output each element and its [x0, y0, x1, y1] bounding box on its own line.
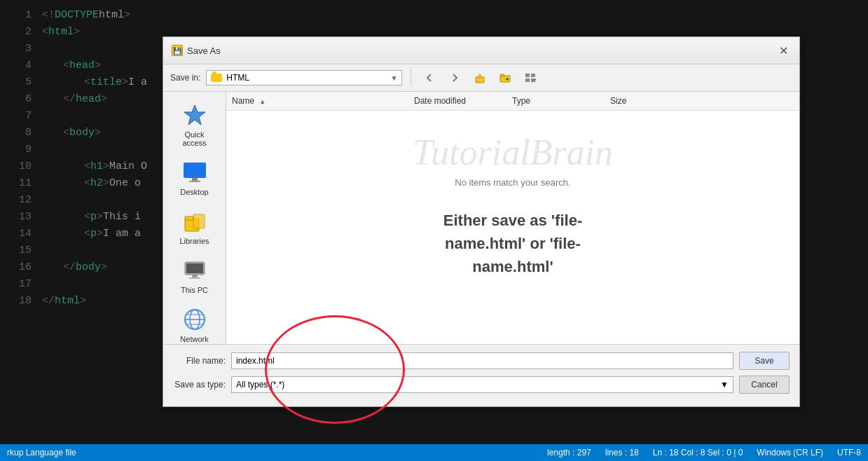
- save-button[interactable]: Save: [739, 352, 790, 370]
- save-as-dialog: 💾 Save As ✕ Save in: HTML ▼: [163, 36, 800, 407]
- save-in-label: Save in:: [170, 73, 200, 83]
- nav-panel: Quick access Desktop: [163, 92, 226, 344]
- network-label: Network: [180, 335, 208, 343]
- this-pc-icon: [182, 258, 207, 283]
- col-header-date[interactable]: Date modified: [408, 95, 507, 107]
- svg-rect-15: [185, 216, 193, 220]
- svg-rect-19: [192, 275, 198, 277]
- dialog-footer: File name: Save Save as type: All types …: [163, 344, 799, 406]
- folder-icon: [211, 74, 222, 82]
- dialog-toolbar: Save in: HTML ▼: [163, 64, 799, 92]
- close-button[interactable]: ✕: [776, 43, 791, 58]
- status-bar: rkup Language file length : 297 lines : …: [0, 444, 868, 461]
- combo-arrow-icon: ▼: [390, 74, 397, 82]
- file-name-label: File name:: [173, 356, 226, 366]
- svg-marker-10: [184, 105, 205, 125]
- up-folder-button[interactable]: [470, 69, 490, 87]
- file-name-row: File name: Save: [173, 352, 790, 370]
- col-header-size[interactable]: Size: [605, 95, 675, 107]
- status-encoding: UTF-8: [837, 448, 861, 457]
- nav-item-libraries[interactable]: Libraries: [167, 204, 223, 250]
- save-as-type-label: Save as type:: [173, 380, 226, 390]
- dialog-titlebar: 💾 Save As ✕: [163, 37, 799, 64]
- network-icon: [182, 307, 207, 332]
- quick-access-label: Quick access: [173, 130, 216, 147]
- nav-item-desktop[interactable]: Desktop: [167, 155, 223, 201]
- save-as-type-value: All types (*.*): [236, 380, 284, 390]
- toolbar-separator: [411, 69, 411, 86]
- nav-item-network[interactable]: Network: [167, 302, 223, 348]
- svg-rect-7: [525, 78, 530, 82]
- nav-item-quick-access[interactable]: Quick access: [167, 97, 223, 152]
- dialog-title-icon: 💾: [172, 45, 183, 56]
- forward-button[interactable]: [445, 69, 464, 87]
- nav-item-this-pc[interactable]: This PC: [167, 253, 223, 299]
- no-items-message: No items match your search.: [415, 177, 611, 188]
- svg-rect-5: [525, 74, 530, 77]
- svg-rect-11: [184, 163, 206, 178]
- file-list-area: Name ▲ Date modified Type Size TutorialB…: [226, 92, 799, 344]
- svg-rect-2: [500, 74, 504, 76]
- center-message: Either save as 'file-name.html' or 'file…: [415, 209, 611, 278]
- col-header-name[interactable]: Name ▲: [226, 95, 408, 107]
- svg-rect-8: [531, 78, 535, 82]
- combo-dropdown-icon: ▼: [720, 380, 729, 390]
- back-button[interactable]: [420, 69, 439, 87]
- file-name-input[interactable]: [231, 352, 733, 369]
- svg-rect-6: [531, 74, 535, 77]
- dialog-title-text: Save As: [187, 46, 221, 56]
- desktop-label: Desktop: [180, 188, 208, 196]
- libraries-icon: [182, 209, 207, 234]
- watermark-text: TutorialBrain: [413, 132, 613, 173]
- save-as-type-combo[interactable]: All types (*.*) ▼: [231, 376, 733, 393]
- status-line-ending: Windows (CR LF): [757, 448, 823, 457]
- desktop-icon: [182, 160, 207, 185]
- file-list-content: TutorialBrain No items match your search…: [226, 111, 799, 344]
- dialog-title-area: 💾 Save As: [172, 45, 221, 56]
- svg-rect-0: [476, 77, 484, 83]
- status-right: length : 297 lines : 18 Ln : 18 Col : 8 …: [547, 448, 861, 457]
- svg-rect-18: [186, 263, 203, 273]
- status-file-type: rkup Language file: [7, 448, 76, 457]
- this-pc-label: This PC: [181, 286, 208, 294]
- file-list-messages: No items match your search. Either save …: [415, 177, 611, 278]
- new-folder-button[interactable]: [495, 69, 515, 87]
- svg-rect-12: [192, 178, 198, 181]
- dialog-body: Quick access Desktop: [163, 92, 799, 344]
- file-list-header: Name ▲ Date modified Type Size: [226, 92, 799, 111]
- save-in-value: HTML: [226, 73, 249, 83]
- status-lines: lines : 18: [605, 448, 639, 457]
- svg-rect-16: [193, 214, 205, 228]
- save-type-row: Save as type: All types (*.*) ▼ Cancel: [173, 376, 790, 394]
- svg-rect-20: [189, 277, 200, 279]
- status-position: Ln : 18 Col : 8 Sel : 0 | 0: [653, 448, 743, 457]
- save-in-combo[interactable]: HTML ▼: [206, 70, 402, 85]
- status-length: length : 297: [547, 448, 591, 457]
- sort-arrow-icon: ▲: [259, 98, 266, 105]
- col-header-type[interactable]: Type: [507, 95, 605, 107]
- cancel-button[interactable]: Cancel: [739, 376, 790, 394]
- quick-access-icon: [182, 102, 207, 128]
- libraries-label: Libraries: [179, 237, 209, 245]
- view-menu-button[interactable]: [521, 69, 540, 87]
- svg-rect-13: [189, 181, 200, 182]
